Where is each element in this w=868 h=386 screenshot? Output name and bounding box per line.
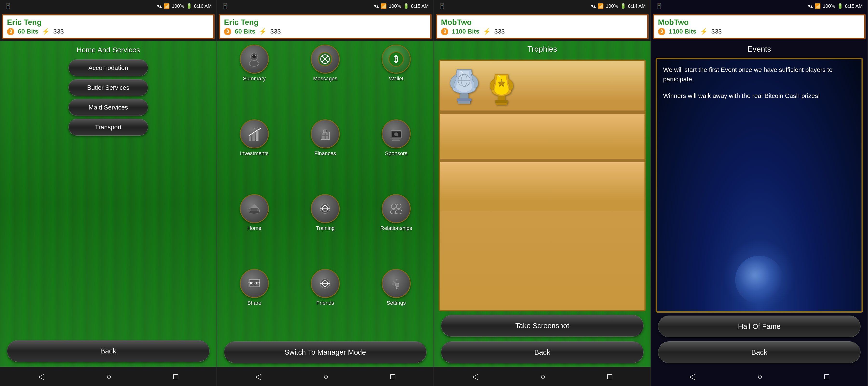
- home-label: Home: [247, 225, 261, 231]
- player-info-bar-3: MobTwo ₿ 1100 Bits ⚡ 333: [436, 14, 649, 39]
- events-text-1: We will start the first Event once we ha…: [663, 65, 856, 84]
- nav-back-1[interactable]: ◁: [38, 372, 44, 381]
- investments-menu-item[interactable]: Investments: [221, 119, 288, 190]
- events-title: Events: [747, 44, 771, 54]
- nav-home-3[interactable]: ○: [540, 372, 546, 381]
- player-stats-3: ₿ 1100 Bits ⚡ 333: [441, 28, 644, 35]
- summary-menu-item[interactable]: Summary: [221, 44, 288, 116]
- status-left-2: 📱: [222, 3, 228, 9]
- nav-menu-3[interactable]: □: [607, 372, 613, 381]
- status-right-4: ▾▴ 📶 100% 🔋 8:15 AM: [808, 3, 863, 9]
- wallet-menu-item[interactable]: ₿ Wallet: [363, 44, 430, 116]
- nav-back-3[interactable]: ◁: [472, 372, 478, 381]
- wallet-label: Wallet: [389, 76, 403, 82]
- nav-back-4[interactable]: ◁: [689, 372, 695, 381]
- svg-rect-44: [495, 100, 508, 103]
- nav-home-4[interactable]: ○: [757, 372, 763, 381]
- player-stats-2: ₿ 60 Bits ⚡ 333: [224, 28, 427, 35]
- player-info-bar-1: Eric Teng ₿ 60 Bits ⚡ 333: [2, 14, 215, 39]
- screen2: 📱 ▾▴ 📶 100% 🔋 8:15 AM Eric Teng ₿ 60 Bit…: [217, 0, 434, 386]
- messages-label: Messages: [313, 76, 337, 82]
- svg-rect-16: [326, 136, 328, 140]
- summary-svg: [246, 51, 262, 67]
- maid-services-label: Maid Services: [89, 104, 128, 111]
- bits-text-2: 60 Bits: [235, 28, 255, 35]
- training-svg: [317, 201, 333, 217]
- svg-point-29: [396, 204, 401, 209]
- transport-button[interactable]: Transport: [68, 119, 148, 136]
- take-screenshot-button[interactable]: Take Screenshot: [441, 315, 644, 336]
- energy-text-3: 333: [494, 28, 505, 35]
- screen4: 📱 ▾▴ 📶 100% 🔋 8:15 AM MobTwo ₿ 1100 Bits…: [651, 0, 868, 386]
- svg-rect-7: [249, 136, 251, 141]
- svg-rect-39: [457, 98, 471, 101]
- shelf-row-3: [440, 162, 645, 211]
- back-button-4[interactable]: Back: [658, 342, 861, 363]
- player-info-bar-2: Eric Teng ₿ 60 Bits ⚡ 333: [219, 14, 432, 39]
- shelf-row-2: [440, 114, 645, 162]
- transport-label: Transport: [95, 123, 122, 131]
- nav-bar-2: ◁ ○ □: [217, 367, 434, 386]
- share-menu-item[interactable]: TICKET Share: [221, 269, 288, 340]
- status-left-3: 📱: [439, 3, 445, 9]
- messages-menu-item[interactable]: Messages: [291, 44, 359, 116]
- signal-icon: 📱: [5, 3, 11, 9]
- summary-icon: [240, 44, 269, 73]
- nav-menu-2[interactable]: □: [390, 372, 396, 381]
- investments-svg: [246, 126, 262, 142]
- player-stats-4: ₿ 1100 Bits ⚡ 333: [658, 28, 861, 35]
- lightning-icon-4: ⚡: [700, 28, 708, 35]
- signal-bars-icon-2: 📶: [381, 3, 387, 9]
- nav-back-2[interactable]: ◁: [255, 372, 261, 381]
- wifi-icon-4: ▾▴: [808, 3, 813, 9]
- svg-rect-14: [326, 133, 328, 135]
- nav-home-2[interactable]: ○: [323, 372, 329, 381]
- events-text-2: Winners will walk away with the real Bit…: [663, 91, 856, 100]
- svg-rect-40: [458, 101, 470, 104]
- butler-services-button[interactable]: Butler Services: [68, 79, 148, 96]
- signal-icon-4: 📱: [656, 3, 662, 9]
- svg-marker-26: [250, 204, 258, 208]
- nav-bar-1: ◁ ○ □: [0, 367, 217, 386]
- status-left-1: 📱: [5, 3, 11, 9]
- finances-menu-item[interactable]: Finances: [291, 119, 359, 190]
- back-label-3: Back: [534, 348, 551, 356]
- nav-home-1[interactable]: ○: [106, 372, 112, 381]
- svg-point-28: [391, 204, 396, 209]
- switch-manager-button[interactable]: Switch To Manager Mode: [224, 342, 427, 363]
- relationships-menu-item[interactable]: Relationships: [363, 194, 430, 265]
- svg-rect-9: [256, 131, 258, 141]
- lightning-icon-1: ⚡: [42, 28, 50, 35]
- wifi-icon-2: ▾▴: [374, 3, 379, 9]
- trophies-bg: Trophies: [434, 41, 651, 367]
- home-menu-item[interactable]: Home: [221, 194, 288, 265]
- sponsors-menu-item[interactable]: Sponsors: [363, 119, 430, 190]
- screen3: 📱 ▾▴ 📶 100% 🔋 8:14 AM MobTwo ₿ 1100 Bits…: [434, 0, 651, 386]
- shelf-row-1: [440, 61, 645, 114]
- maid-services-button[interactable]: Maid Services: [68, 99, 148, 116]
- nav-bar-3: ◁ ○ □: [434, 367, 651, 386]
- training-menu-item[interactable]: Training: [291, 194, 359, 265]
- back-button-3[interactable]: Back: [441, 342, 644, 363]
- accommodation-button[interactable]: Accomodation: [68, 59, 148, 76]
- trophy-shelf: [439, 60, 646, 311]
- bitcoin-icon-4: ₿: [658, 28, 665, 35]
- player-name-2: Eric Teng: [224, 18, 427, 27]
- hall-of-fame-label: Hall Of Fame: [738, 322, 781, 330]
- settings-menu-item[interactable]: Settings: [363, 269, 430, 340]
- status-bar-1: 📱 ▾▴ 📶 100% 🔋 8:16 AM: [0, 0, 217, 12]
- settings-label: Settings: [387, 300, 406, 306]
- back-button-1[interactable]: Back: [7, 340, 210, 362]
- time-display: 8:16 AM: [194, 3, 212, 9]
- battery-text-3: 100%: [606, 3, 618, 9]
- screen1: 📱 ▾▴ 📶 100% 🔋 8:16 AM Eric Teng ₿ 60 Bit…: [0, 0, 217, 386]
- nav-menu-1[interactable]: □: [173, 372, 179, 381]
- nav-menu-4[interactable]: □: [824, 372, 830, 381]
- bits-text-1: 60 Bits: [18, 28, 38, 35]
- grass-bg-1: Home And Services Accomodation Butler Se…: [0, 41, 217, 367]
- svg-rect-22: [392, 140, 400, 141]
- friends-menu-item[interactable]: Friends: [291, 269, 359, 340]
- hall-of-fame-button[interactable]: Hall Of Fame: [658, 316, 861, 337]
- share-label: Share: [247, 300, 261, 306]
- energy-text-1: 333: [53, 28, 64, 35]
